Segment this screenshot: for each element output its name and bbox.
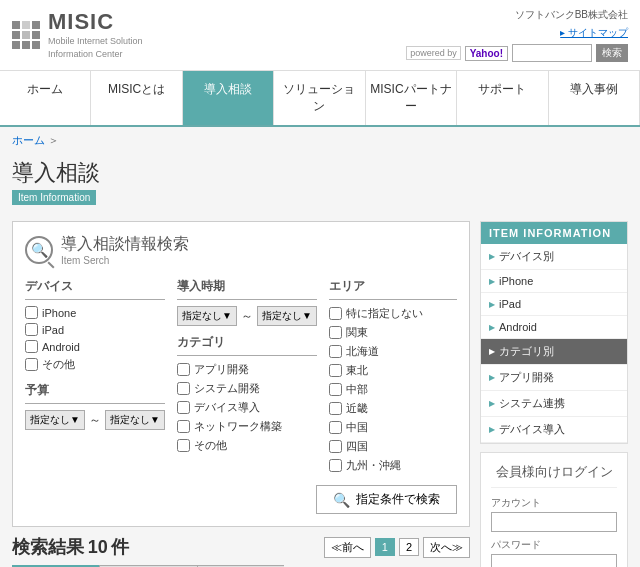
area-kinki-checkbox[interactable] [329,402,342,415]
nav-consultation[interactable]: 導入相談 [183,71,274,125]
password-input[interactable] [491,554,617,567]
area-shikoku-label: 四国 [346,439,368,454]
sidebar-device-deploy[interactable]: ▶ デバイス導入 [481,417,627,443]
area-hokkaido-checkbox[interactable] [329,345,342,358]
account-input[interactable] [491,512,617,532]
area-tohoku: 東北 [329,363,457,378]
area-chugoku-label: 中国 [346,420,368,435]
device-label: デバイス [25,278,165,300]
logo-text-area: MISIC Mobile Internet Solution Informati… [48,9,143,60]
sidebar-category-section[interactable]: ▶ カテゴリ別 [481,339,627,365]
page-title: 導入相談 [12,158,628,188]
search-submit-button[interactable]: 🔍 指定条件で検索 [316,485,457,514]
nav-about[interactable]: MISICとは [91,71,182,125]
breadcrumb-home[interactable]: ホーム [12,134,45,146]
area-kinki-label: 近畿 [346,401,368,416]
cat-device-checkbox[interactable] [177,401,190,414]
sidebar-ipad[interactable]: ▶ iPad [481,293,627,316]
cat-system: システム開発 [177,381,317,396]
device-iphone-checkbox[interactable] [25,306,38,319]
sidebar-android[interactable]: ▶ Android [481,316,627,339]
sidebar-android-label: Android [499,321,537,333]
sitemap-link[interactable]: ▸ サイトマップ [406,26,628,40]
area-none-label: 特に指定しない [346,306,423,321]
area-hokkaido-label: 北海道 [346,344,379,359]
cat-network-checkbox[interactable] [177,420,190,433]
area-kyushu-checkbox[interactable] [329,459,342,472]
area-shikoku-checkbox[interactable] [329,440,342,453]
cat-other-checkbox[interactable] [177,439,190,452]
company-name: ソフトバンクBB株式会社 [406,8,628,22]
sidebar-device-section: ▶ デバイス別 [481,244,627,270]
nav-support[interactable]: サポート [457,71,548,125]
page-1-button[interactable]: 1 [375,538,395,556]
area-none-checkbox[interactable] [329,307,342,320]
sidebar-iphone-arrow: ▶ [489,277,495,286]
nav-home[interactable]: ホーム [0,71,91,125]
sidebar-category-arrow: ▶ [489,347,495,356]
area-chugoku: 中国 [329,420,457,435]
cat-system-checkbox[interactable] [177,382,190,395]
cat-device-label: デバイス導入 [194,400,260,415]
page-title-area: 導入相談 Item Information [0,154,640,213]
cat-network: ネットワーク構築 [177,419,317,434]
login-title: 会員様向けログイン [491,463,617,488]
budget-tilde: ～ [89,412,101,429]
period-to-select[interactable]: 指定なし▼ [257,306,317,326]
device-ipad-checkbox[interactable] [25,323,38,336]
nav-solution[interactable]: ソリューション [274,71,365,125]
header-search-input[interactable] [512,44,592,62]
results-count: 検索結果 10 件 [12,535,129,559]
page-2-button[interactable]: 2 [399,538,419,556]
search-btn-icon: 🔍 [333,492,350,508]
budget-to-select[interactable]: 指定なし▼ [105,410,165,430]
category-group: カテゴリ アプリ開発 システム開発 デバイス導入 [177,334,317,453]
period-row: 指定なし▼ ～ 指定なし▼ [177,306,317,326]
header-search-button[interactable]: 検索 [596,44,628,62]
account-label: アカウント [491,496,617,510]
budget-row: 指定なし▼ ～ 指定なし▼ [25,410,165,430]
sidebar-app-label: アプリ開発 [499,370,554,385]
area-tohoku-checkbox[interactable] [329,364,342,377]
header: MISIC Mobile Internet Solution Informati… [0,0,640,71]
area-none: 特に指定しない [329,306,457,321]
main-content: 🔍 導入相談情報検索 Item Serch デバイス iPhone [0,213,640,567]
device-iphone: iPhone [25,306,165,319]
item-info-sidebar: ITEM INFORMATION ▶ デバイス別 ▶ iPhone ▶ iPad… [480,221,628,444]
sidebar-iphone-label: iPhone [499,275,533,287]
search-box: 🔍 導入相談情報検索 Item Serch デバイス iPhone [12,221,470,527]
header-search-bar: powered by Yahoo! 検索 [406,44,628,62]
cat-app-checkbox[interactable] [177,363,190,376]
pagination: ≪前へ 1 2 次へ≫ [324,537,470,558]
area-kanto-checkbox[interactable] [329,326,342,339]
sidebar-app-dev[interactable]: ▶ アプリ開発 [481,365,627,391]
area-chubu-checkbox[interactable] [329,383,342,396]
device-ipad-label: iPad [42,324,64,336]
password-label: パスワード [491,538,617,552]
budget-from-select[interactable]: 指定なし▼ [25,410,85,430]
budget-label: 予算 [25,382,165,404]
results-count-number: 10 [88,537,108,557]
device-other-checkbox[interactable] [25,358,38,371]
period-from-select[interactable]: 指定なし▼ [177,306,237,326]
nav-cases[interactable]: 導入事例 [549,71,640,125]
prev-page-button[interactable]: ≪前へ [324,537,371,558]
area-chugoku-checkbox[interactable] [329,421,342,434]
search-btn-row: 🔍 指定条件で検索 [25,485,457,514]
next-page-button[interactable]: 次へ≫ [423,537,470,558]
left-panel: 🔍 導入相談情報検索 Item Serch デバイス iPhone [12,221,470,567]
password-field: パスワード [491,538,617,567]
device-android-checkbox[interactable] [25,340,38,353]
sidebar-system-link[interactable]: ▶ システム連携 [481,391,627,417]
results-header: 検索結果 10 件 ≪前へ 1 2 次へ≫ [12,535,470,559]
nav-partner[interactable]: MISICパートナー [366,71,457,125]
breadcrumb-separator: ＞ [48,134,59,146]
cat-app-label: アプリ開発 [194,362,249,377]
sidebar-deploy-label: デバイス導入 [499,422,565,437]
area-label: エリア [329,278,457,300]
area-kyushu: 九州・沖縄 [329,458,457,473]
sidebar-iphone[interactable]: ▶ iPhone [481,270,627,293]
sidebar-category-label: カテゴリ別 [499,344,554,359]
area-kinki: 近畿 [329,401,457,416]
breadcrumb: ホーム ＞ [0,127,640,154]
